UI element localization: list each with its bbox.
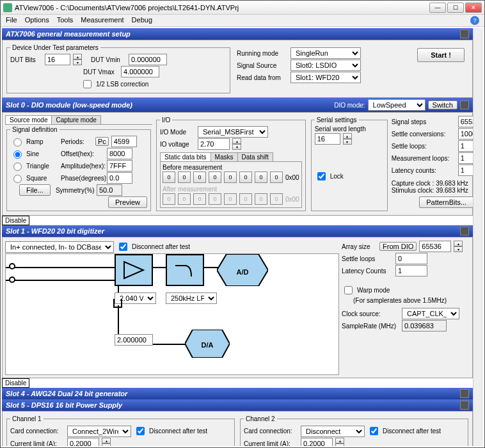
section-header-slot0: Slot 0 - DIO module (low-speed mode) DIO… xyxy=(2,98,473,112)
app-icon xyxy=(3,3,12,12)
ch1-card-conn-select[interactable]: Connect_2Wire xyxy=(67,426,131,437)
amplitude-input[interactable] xyxy=(107,160,132,172)
preview-button[interactable]: Preview xyxy=(108,196,147,208)
symmetry-input xyxy=(97,184,122,196)
read-from-select[interactable]: Slot1: WFD20 xyxy=(290,72,361,83)
vertical-scrollbar[interactable] xyxy=(473,28,483,446)
menu-debug[interactable]: Debug xyxy=(132,16,152,25)
collapse-icon[interactable] xyxy=(460,29,469,38)
signal-source-select[interactable]: Slot0: LSDIO xyxy=(290,60,361,71)
window-title: ATView7006 - C:\Documents\ATView7006 pro… xyxy=(15,4,429,12)
minimize-button[interactable]: — xyxy=(429,3,446,13)
dut-bits-input[interactable] xyxy=(45,54,70,65)
settle-loops-input[interactable] xyxy=(458,140,473,152)
tab-capture-mode[interactable]: Capture mode xyxy=(51,115,100,124)
array-size-input[interactable] xyxy=(419,241,451,252)
menu-options[interactable]: Options xyxy=(25,16,49,25)
svg-marker-0 xyxy=(124,262,143,278)
warp-mode-checkbox[interactable] xyxy=(344,286,353,294)
menubar: File Options Tools Measurement Debug ? xyxy=(1,15,484,27)
start-button[interactable]: Start ! xyxy=(417,48,465,62)
tab-data-shift[interactable]: Data shift xyxy=(237,152,273,161)
disable-button-slot1[interactable]: Disable xyxy=(2,378,29,388)
pattern-bits-button[interactable]: PatternBits... xyxy=(419,196,473,208)
collapse-icon[interactable] xyxy=(460,401,469,410)
input-connection-select[interactable]: In+ connected, In- to DCBase xyxy=(5,241,114,253)
bit-button[interactable]: 0 xyxy=(163,172,175,183)
slot1-latency-input[interactable] xyxy=(395,265,427,276)
input-pos-icon xyxy=(9,263,15,269)
svg-text:D/A: D/A xyxy=(202,341,214,349)
main-window: ATView7006 - C:\Documents\ATView7006 pro… xyxy=(0,0,485,448)
periods-button[interactable]: Pc xyxy=(95,137,109,146)
serial-wordlen-input[interactable] xyxy=(315,133,340,145)
spinner-up-icon[interactable]: ▴ xyxy=(73,54,82,60)
signal-diagram: A/D 2.040 Vp 250kHz LPF D/A xyxy=(5,253,339,375)
da-value-input[interactable] xyxy=(115,334,153,346)
lsb-correction-checkbox[interactable] xyxy=(83,80,91,88)
wave-square-radio[interactable] xyxy=(13,175,22,183)
meas-loops-input[interactable] xyxy=(458,152,473,164)
ch2-disconnect-checkbox[interactable] xyxy=(370,427,378,435)
help-icon[interactable]: ? xyxy=(470,16,479,25)
offset-input[interactable] xyxy=(107,148,132,159)
section-header-general: ATX7006 general measurement setup xyxy=(2,28,473,40)
section-header-slot4: Slot 4 - AWG24 Dual 24 bit generator xyxy=(2,388,473,399)
spinner-down-icon[interactable]: ▾ xyxy=(73,60,82,65)
menu-tools[interactable]: Tools xyxy=(57,16,74,25)
ch2-card-conn-select[interactable]: Disconnect xyxy=(301,426,365,437)
tab-static-bits[interactable]: Static data bits xyxy=(160,152,211,161)
clock-source-select[interactable]: CAPT_CLK_IN xyxy=(402,308,459,319)
phase-input[interactable] xyxy=(107,172,132,184)
signal-steps-input[interactable] xyxy=(458,116,473,127)
switch-button[interactable]: Switch xyxy=(428,100,457,109)
from-dio-button[interactable]: From DIO xyxy=(379,242,417,251)
dut-vmin-input[interactable] xyxy=(129,54,167,65)
dut-vmax-input[interactable] xyxy=(121,66,159,77)
section-header-slot1: Slot 1 - WFD20 20 bit digitizer xyxy=(2,225,473,237)
wave-triangle-radio[interactable] xyxy=(13,163,22,171)
ch1-current-input[interactable] xyxy=(67,438,99,446)
filter-block[interactable] xyxy=(166,254,204,286)
samplerate-input xyxy=(402,320,447,332)
section-header-slot5: Slot 5 - DPS16 16 bit Power Supply xyxy=(2,399,473,411)
switch-icon xyxy=(113,299,122,308)
menu-measurement[interactable]: Measurement xyxy=(81,16,123,25)
amplifier-block[interactable] xyxy=(115,254,153,286)
io-mode-select[interactable]: Serial_MSBFirst xyxy=(198,126,268,138)
disconnect-checkbox[interactable] xyxy=(119,243,127,251)
io-voltage-input[interactable] xyxy=(198,138,230,150)
latency-input[interactable] xyxy=(458,164,473,176)
input-neg-icon xyxy=(9,276,15,283)
titlebar[interactable]: ATView7006 - C:\Documents\ATView7006 pro… xyxy=(1,1,484,15)
file-button[interactable]: File... xyxy=(19,184,51,196)
maximize-button[interactable]: ☐ xyxy=(447,3,464,13)
collapse-icon[interactable] xyxy=(460,100,469,109)
settle-conv-input[interactable] xyxy=(458,128,473,140)
tab-masks[interactable]: Masks xyxy=(211,152,238,161)
lock-checkbox[interactable] xyxy=(317,172,326,180)
ch2-current-input[interactable] xyxy=(301,438,333,446)
close-button[interactable]: ✕ xyxy=(465,3,482,13)
ch1-disconnect-checkbox[interactable] xyxy=(136,427,145,435)
dio-mode-select[interactable]: LowSpeed xyxy=(368,99,425,111)
slot1-settle-loops-input[interactable] xyxy=(395,253,427,264)
collapse-icon[interactable] xyxy=(460,227,469,236)
periods-input[interactable] xyxy=(111,136,137,147)
wave-ramp-radio[interactable] xyxy=(13,138,22,147)
lpf-select[interactable]: 250kHz LPF xyxy=(166,292,217,304)
wave-sine-radio[interactable] xyxy=(13,150,22,159)
menu-file[interactable]: File xyxy=(6,16,17,25)
disable-button-slot0[interactable]: Disable xyxy=(2,216,29,225)
tab-source-mode[interactable]: Source mode xyxy=(5,115,52,124)
collapse-icon[interactable] xyxy=(460,389,469,398)
svg-text:A/D: A/D xyxy=(237,268,249,276)
running-mode-select[interactable]: SingleRun xyxy=(290,47,361,59)
